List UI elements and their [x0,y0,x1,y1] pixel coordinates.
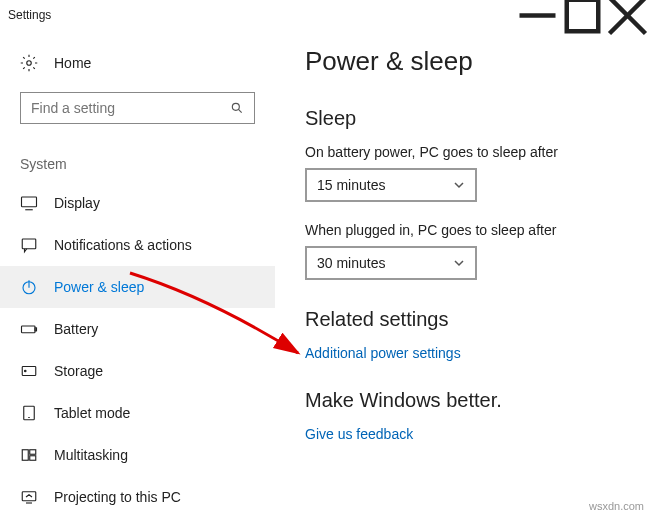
battery-sleep-select[interactable]: 15 minutes [305,168,477,202]
svg-point-15 [25,370,27,372]
related-heading: Related settings [305,308,620,331]
search-input[interactable] [20,92,255,124]
plugged-sleep-select[interactable]: 30 minutes [305,246,477,280]
plugged-sleep-value: 30 minutes [317,255,385,271]
sidebar-item-projecting[interactable]: Projecting to this PC [0,476,275,518]
sidebar-item-label: Notifications & actions [54,237,192,253]
sidebar-item-label: Tablet mode [54,405,130,421]
home-link[interactable]: Home [0,44,275,82]
svg-rect-7 [22,197,37,207]
battery-sleep-label: On battery power, PC goes to sleep after [305,144,620,160]
page-title: Power & sleep [305,46,620,77]
sidebar-item-label: Display [54,195,100,211]
additional-power-settings-link[interactable]: Additional power settings [305,345,461,361]
sidebar-item-tablet-mode[interactable]: Tablet mode [0,392,275,434]
svg-rect-13 [35,328,37,331]
minimize-button[interactable] [515,0,560,30]
svg-rect-21 [22,492,36,501]
search-field[interactable] [31,100,230,116]
chat-icon [20,236,38,254]
watermark: wsxdn.com [589,500,644,512]
better-heading: Make Windows better. [305,389,620,412]
sidebar-item-label: Storage [54,363,103,379]
maximize-button[interactable] [560,0,605,30]
battery-icon [20,320,38,338]
multitasking-icon [20,446,38,464]
window-title: Settings [8,8,51,22]
svg-rect-9 [22,239,36,249]
gear-icon [20,54,38,72]
plugged-sleep-label: When plugged in, PC goes to sleep after [305,222,620,238]
sidebar-item-label: Battery [54,321,98,337]
feedback-link[interactable]: Give us feedback [305,426,413,442]
sidebar-item-storage[interactable]: Storage [0,350,275,392]
sidebar-item-label: Power & sleep [54,279,144,295]
chevron-down-icon [453,257,465,269]
monitor-icon [20,194,38,212]
chevron-down-icon [453,179,465,191]
window-titlebar: Settings [0,0,650,30]
svg-line-6 [238,109,241,112]
battery-sleep-value: 15 minutes [317,177,385,193]
svg-point-5 [232,103,239,110]
sidebar-item-label: Multitasking [54,447,128,463]
projecting-icon [20,488,38,506]
power-icon [20,278,38,296]
main-content: Power & sleep Sleep On battery power, PC… [275,30,650,518]
sidebar-item-notifications[interactable]: Notifications & actions [0,224,275,266]
close-button[interactable] [605,0,650,30]
search-icon [230,101,244,115]
svg-rect-19 [30,450,36,455]
sidebar-item-display[interactable]: Display [0,182,275,224]
sidebar-section-label: System [0,134,275,182]
sidebar-item-power-sleep[interactable]: Power & sleep [0,266,275,308]
sidebar-item-battery[interactable]: Battery [0,308,275,350]
sidebar-item-label: Projecting to this PC [54,489,181,505]
window-controls [515,0,650,30]
home-label: Home [54,55,91,71]
sidebar-item-multitasking[interactable]: Multitasking [0,434,275,476]
svg-rect-1 [567,0,599,31]
tablet-icon [20,404,38,422]
storage-icon [20,362,38,380]
svg-rect-12 [22,326,36,333]
svg-point-4 [27,61,32,66]
sidebar: Home System Display Notifications & acti… [0,30,275,518]
svg-rect-20 [30,456,36,461]
svg-rect-18 [22,450,28,461]
sleep-heading: Sleep [305,107,620,130]
